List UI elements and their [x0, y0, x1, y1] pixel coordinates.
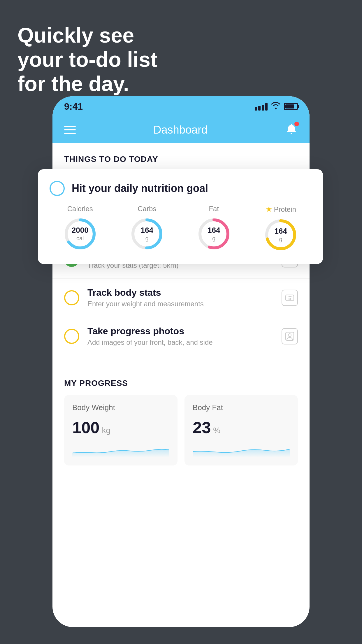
hero-text: Quickly see your to-do list for the day.: [17, 23, 157, 96]
body-weight-title: Body Weight: [72, 403, 169, 412]
hero-line3: for the day.: [17, 72, 157, 96]
scale-icon: [282, 290, 298, 306]
body-stats-title: Track body stats: [87, 287, 273, 298]
protein-donut: 164 g: [263, 217, 298, 252]
nutrition-carbs: Carbs 164 g: [129, 205, 164, 251]
body-fat-card[interactable]: Body Fat 23 %: [184, 395, 298, 466]
hero-line1: Quickly see: [17, 23, 157, 48]
hero-line2: your to-do list: [17, 48, 157, 72]
fat-label: Fat: [209, 205, 219, 213]
photos-text: Take progress photos Add images of your …: [87, 326, 273, 346]
nutrition-goal-checkbox[interactable]: [50, 181, 65, 196]
nutrition-fat: Fat 164 g: [196, 205, 231, 251]
status-time: 9:41: [64, 101, 83, 112]
carbs-label: Carbs: [138, 205, 156, 213]
protein-unit: g: [275, 236, 287, 243]
calories-donut: 2000 cal: [63, 216, 98, 251]
progress-heading: MY PROGRESS: [64, 379, 298, 388]
photos-title: Take progress photos: [87, 326, 273, 337]
body-weight-value-row: 100 kg: [72, 418, 169, 437]
things-section-header: THINGS TO DO TODAY: [52, 143, 310, 170]
bell-icon[interactable]: [285, 123, 298, 137]
body-weight-value: 100: [72, 418, 99, 437]
todo-item-photos[interactable]: Take progress photos Add images of your …: [52, 317, 310, 355]
status-icons: [255, 102, 298, 111]
body-weight-card[interactable]: Body Weight 100 kg: [64, 395, 178, 466]
body-stats-checkbox[interactable]: [64, 290, 79, 305]
progress-section: MY PROGRESS Body Weight 100 kg: [52, 367, 310, 471]
notification-dot: [294, 122, 299, 126]
svg-point-2: [289, 298, 291, 300]
carbs-donut: 164 g: [129, 216, 164, 251]
nav-title: Dashboard: [153, 124, 208, 136]
hamburger-menu[interactable]: [64, 126, 76, 134]
nutrition-calories: Calories 2000 cal: [63, 205, 98, 251]
svg-point-4: [288, 334, 291, 337]
nutrition-row: Calories 2000 cal Carbs: [50, 205, 311, 252]
status-bar: 9:41: [52, 96, 310, 117]
todo-item-body-stats[interactable]: Track body stats Enter your weight and m…: [52, 278, 310, 317]
body-fat-value: 23: [193, 418, 211, 437]
progress-cards: Body Weight 100 kg: [64, 395, 298, 466]
body-fat-unit: %: [213, 426, 220, 435]
star-icon: ★: [266, 205, 272, 214]
card-title-row: Hit your daily nutrition goal: [50, 181, 311, 196]
protein-label: ★ Protein: [266, 205, 296, 214]
calories-unit: cal: [72, 235, 89, 242]
body-weight-unit: kg: [102, 426, 110, 435]
fat-donut: 164 g: [196, 216, 231, 251]
photos-subtitle: Add images of your front, back, and side: [87, 338, 273, 346]
fat-unit: g: [208, 235, 220, 242]
nutrition-goal-title: Hit your daily nutrition goal: [72, 182, 208, 195]
battery-icon: [284, 103, 298, 110]
body-weight-chart: [72, 443, 169, 457]
body-fat-value-row: 23 %: [193, 418, 290, 437]
photos-checkbox[interactable]: [64, 329, 79, 344]
calories-value: 2000: [72, 226, 89, 235]
wifi-icon: [271, 102, 280, 111]
body-stats-subtitle: Enter your weight and measurements: [87, 300, 273, 308]
body-fat-chart: [193, 443, 290, 457]
body-stats-text: Track body stats Enter your weight and m…: [87, 287, 273, 308]
protein-value: 164: [275, 227, 287, 236]
carbs-value: 164: [141, 226, 153, 235]
nav-bar: Dashboard: [52, 117, 310, 143]
person-icon: [282, 328, 298, 344]
calories-label: Calories: [67, 205, 93, 213]
carbs-unit: g: [141, 235, 153, 242]
signal-icon: [255, 102, 268, 111]
nutrition-protein: ★ Protein 164 g: [263, 205, 298, 252]
fat-value: 164: [208, 226, 220, 235]
body-fat-title: Body Fat: [193, 403, 290, 412]
featured-card: Hit your daily nutrition goal Calories 2…: [38, 169, 323, 264]
